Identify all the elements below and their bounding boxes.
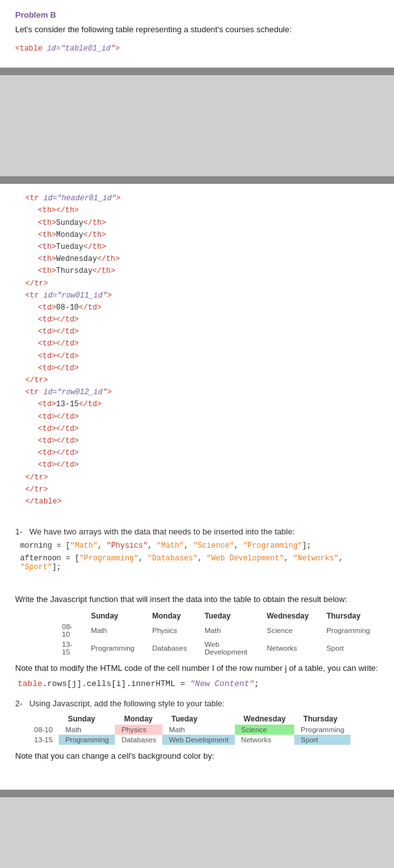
t2-time-1: 08-10 xyxy=(28,725,59,735)
cell-math-1: Math xyxy=(82,622,143,639)
th2-wednesday: Wednesday xyxy=(235,713,294,725)
time-1: 08-10 xyxy=(53,622,82,639)
t2-math-2: Math xyxy=(162,725,234,735)
table-code: <table id="table01_id"> xyxy=(15,40,379,57)
cell-programming-1: Programming xyxy=(318,622,379,639)
attr-id: id= xyxy=(47,44,61,53)
td-empty1b: <td></td> xyxy=(25,326,369,338)
td-time1: <td>08-10</td> xyxy=(25,302,369,314)
list-number-2: 2- xyxy=(15,699,27,708)
t2-time-2: 13-15 xyxy=(28,735,59,745)
note-text-2: Note that you can change a cell's backgr… xyxy=(15,751,379,761)
t2-programming-1: Programming xyxy=(294,725,350,735)
cell-science: Science xyxy=(258,622,317,639)
table2-row2: 13-15 Programming Databases Web Developm… xyxy=(28,735,350,745)
th2-tueday: Tueday xyxy=(162,713,234,725)
th-tueday: <th>Tueday</th> xyxy=(25,241,369,253)
tag-close: > xyxy=(115,44,119,53)
list-section-2: 2- Using Javascript, add the following s… xyxy=(0,696,394,777)
td-time2: <td>13-15</td> xyxy=(25,399,369,411)
write-section: Write the Javascript function that will … xyxy=(0,586,394,696)
time-2: 13-15 xyxy=(53,639,82,657)
intro-text: Let's consider the following table repre… xyxy=(15,25,379,34)
td-empty2c: <td></td> xyxy=(25,435,369,447)
morning-code: morning = ["Math", "Physics", "Math", "S… xyxy=(15,541,379,550)
table2-header-row: Sunday Monday Tueday Wednesday Thursday xyxy=(28,713,350,725)
code-line-1: table.rows[j].cells[i].innerHTML = "New … xyxy=(15,679,379,689)
list-text-1: We have two arrays with the data that ne… xyxy=(29,527,294,536)
list-item-2: 2- Using Javascript, add the following s… xyxy=(15,699,379,708)
tr-close-header: </tr> xyxy=(25,278,369,290)
list-section-1: 1- We have two arrays with the data that… xyxy=(0,517,394,586)
cell-sport: Sport xyxy=(318,639,379,657)
td-empty2d: <td></td> xyxy=(25,447,369,459)
table1-row2: 13-15 Programming Databases Web Developm… xyxy=(53,639,379,657)
list-item-1: 1- We have two arrays with the data that… xyxy=(15,527,379,536)
list-text-2: Using Javascript, add the following styl… xyxy=(29,699,224,708)
table1-header-row: Sunday Monday Tueday Wednesday Thursday xyxy=(53,610,379,622)
t2-networks: Networks xyxy=(235,735,294,745)
t2-physics: Physics xyxy=(115,725,162,735)
top-divider xyxy=(0,68,394,75)
th-monday: Monday xyxy=(143,610,196,622)
tr-row1: <tr id="row011_id"> xyxy=(25,290,369,302)
table-close: </table> xyxy=(25,496,369,508)
td-empty1a: <td></td> xyxy=(25,314,369,326)
html-code-block: <tr id="header01_id"> <th></th> <th>Sund… xyxy=(25,190,369,510)
th-empty: <th></th> xyxy=(25,205,369,217)
table2-row1: 08-10 Math Physics Math Science Programm… xyxy=(28,725,350,735)
th2-empty xyxy=(28,713,59,725)
write-text: Write the Javascript function that will … xyxy=(15,594,379,604)
bottom-gray-area xyxy=(0,797,394,868)
th-thursday: <th>Thursday</th> xyxy=(25,265,369,277)
th-wednesday: Wednesday xyxy=(258,610,317,622)
bottom-divider-wrap xyxy=(0,790,394,868)
th-thursday: Thursday xyxy=(318,610,379,622)
cell-physics: Physics xyxy=(143,622,196,639)
th-wednesday: <th>Wednesday</th> xyxy=(25,253,369,265)
val-id: "table01_id" xyxy=(61,44,115,53)
list-number-1: 1- xyxy=(15,527,27,536)
top-section: Problem B Let's consider the following t… xyxy=(0,0,394,68)
table1-row1: 08-10 Math Physics Math Science Programm… xyxy=(53,622,379,639)
td-empty1c: <td></td> xyxy=(25,338,369,350)
cell-databases: Databases xyxy=(143,639,196,657)
schedule-table-1: Sunday Monday Tueday Wednesday Thursday … xyxy=(53,610,379,657)
td-empty2e: <td></td> xyxy=(25,459,369,471)
th2-thursday: Thursday xyxy=(294,713,350,725)
cell-webdev: Web Development xyxy=(196,639,258,657)
cell-networks: Networks xyxy=(258,639,317,657)
th-empty xyxy=(53,610,82,622)
th-sunday: <th>Sunday</th> xyxy=(25,217,369,229)
problem-title: Problem B xyxy=(15,10,379,20)
td-empty2a: <td></td> xyxy=(25,411,369,423)
cell-programming-2: Programming xyxy=(82,639,143,657)
tr-row2: <tr id="row012_id"> xyxy=(25,387,369,399)
t2-math-1: Math xyxy=(59,725,115,735)
note-text-1: Note that to modify the HTML code of the… xyxy=(15,663,379,673)
th-monday: <th>Monday</th> xyxy=(25,229,369,241)
tr-close-table: </tr> xyxy=(25,484,369,496)
cell-math-2: Math xyxy=(196,622,258,639)
bottom-divider-top xyxy=(0,790,394,797)
t2-databases: Databases xyxy=(115,735,162,745)
td-empty2b: <td></td> xyxy=(25,423,369,435)
t2-webdev: Web Development xyxy=(162,735,234,745)
afternoon-code: afternoon = ["Programming", "Databases",… xyxy=(15,554,379,572)
th2-sunday: Sunday xyxy=(59,713,115,725)
th-sunday: Sunday xyxy=(82,610,143,622)
tag-open: <table xyxy=(15,44,47,53)
td-empty1d: <td></td> xyxy=(25,351,369,363)
t2-science: Science xyxy=(235,725,294,735)
t2-programming-2: Programming xyxy=(59,735,115,745)
schedule-table-2: Sunday Monday Tueday Wednesday Thursday … xyxy=(28,713,350,745)
tr-close-row2: </tr> xyxy=(25,472,369,484)
gray-area-top xyxy=(0,75,394,176)
tr-close-row1: </tr> xyxy=(25,375,369,387)
td-empty1e: <td></td> xyxy=(25,363,369,375)
tr-header: <tr id="header01_id"> xyxy=(25,193,369,205)
t2-sport: Sport xyxy=(294,735,350,745)
th-tueday: Tueday xyxy=(196,610,258,622)
code-region: <tr id="header01_id"> <th></th> <th>Sund… xyxy=(0,184,394,517)
mid-divider xyxy=(0,176,394,184)
